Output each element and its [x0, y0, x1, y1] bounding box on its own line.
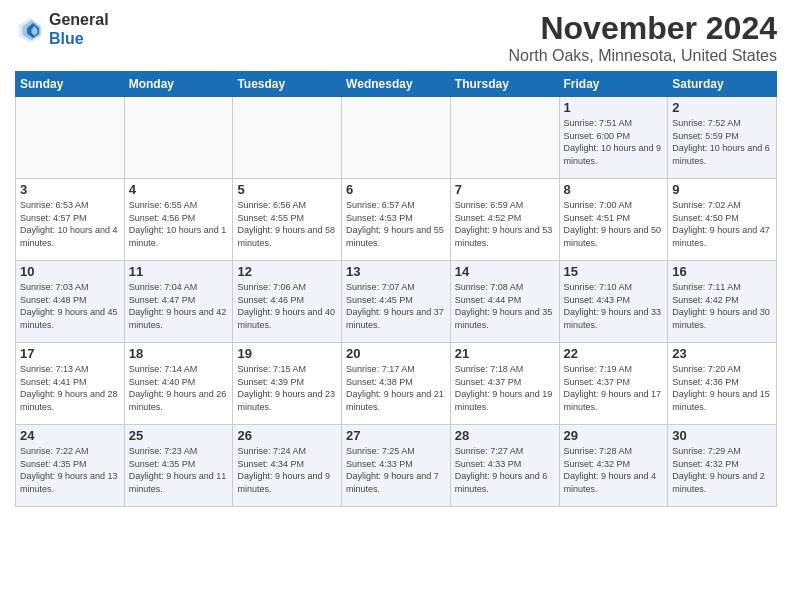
day-info: Sunrise: 7:15 AMSunset: 4:39 PMDaylight:… — [237, 363, 337, 413]
day-number: 21 — [455, 346, 555, 361]
day-info: Sunrise: 7:20 AMSunset: 4:36 PMDaylight:… — [672, 363, 772, 413]
location-subtitle: North Oaks, Minnesota, United States — [508, 47, 777, 65]
calendar-cell: 11Sunrise: 7:04 AMSunset: 4:47 PMDayligh… — [124, 261, 233, 343]
logo-icon — [15, 14, 45, 44]
calendar-cell: 7Sunrise: 6:59 AMSunset: 4:52 PMDaylight… — [450, 179, 559, 261]
calendar-cell — [450, 97, 559, 179]
day-info: Sunrise: 7:27 AMSunset: 4:33 PMDaylight:… — [455, 445, 555, 495]
week-row-4: 17Sunrise: 7:13 AMSunset: 4:41 PMDayligh… — [16, 343, 777, 425]
day-info: Sunrise: 6:53 AMSunset: 4:57 PMDaylight:… — [20, 199, 120, 249]
month-title: November 2024 — [508, 10, 777, 47]
calendar-cell — [124, 97, 233, 179]
calendar-cell: 22Sunrise: 7:19 AMSunset: 4:37 PMDayligh… — [559, 343, 668, 425]
calendar-cell: 29Sunrise: 7:28 AMSunset: 4:32 PMDayligh… — [559, 425, 668, 507]
day-info: Sunrise: 6:57 AMSunset: 4:53 PMDaylight:… — [346, 199, 446, 249]
day-info: Sunrise: 7:17 AMSunset: 4:38 PMDaylight:… — [346, 363, 446, 413]
day-number: 2 — [672, 100, 772, 115]
day-info: Sunrise: 7:14 AMSunset: 4:40 PMDaylight:… — [129, 363, 229, 413]
calendar-cell: 9Sunrise: 7:02 AMSunset: 4:50 PMDaylight… — [668, 179, 777, 261]
page-container: General Blue November 2024 North Oaks, M… — [0, 0, 792, 512]
day-info: Sunrise: 7:13 AMSunset: 4:41 PMDaylight:… — [20, 363, 120, 413]
day-info: Sunrise: 7:29 AMSunset: 4:32 PMDaylight:… — [672, 445, 772, 495]
column-header-saturday: Saturday — [668, 72, 777, 97]
day-info: Sunrise: 7:00 AMSunset: 4:51 PMDaylight:… — [564, 199, 664, 249]
day-number: 18 — [129, 346, 229, 361]
calendar-cell: 16Sunrise: 7:11 AMSunset: 4:42 PMDayligh… — [668, 261, 777, 343]
column-header-monday: Monday — [124, 72, 233, 97]
calendar-cell: 1Sunrise: 7:51 AMSunset: 6:00 PMDaylight… — [559, 97, 668, 179]
day-info: Sunrise: 7:04 AMSunset: 4:47 PMDaylight:… — [129, 281, 229, 331]
day-info: Sunrise: 7:24 AMSunset: 4:34 PMDaylight:… — [237, 445, 337, 495]
day-info: Sunrise: 6:56 AMSunset: 4:55 PMDaylight:… — [237, 199, 337, 249]
day-info: Sunrise: 7:23 AMSunset: 4:35 PMDaylight:… — [129, 445, 229, 495]
day-info: Sunrise: 7:52 AMSunset: 5:59 PMDaylight:… — [672, 117, 772, 167]
day-number: 26 — [237, 428, 337, 443]
day-info: Sunrise: 7:18 AMSunset: 4:37 PMDaylight:… — [455, 363, 555, 413]
calendar-cell — [16, 97, 125, 179]
day-info: Sunrise: 7:03 AMSunset: 4:48 PMDaylight:… — [20, 281, 120, 331]
calendar-cell: 24Sunrise: 7:22 AMSunset: 4:35 PMDayligh… — [16, 425, 125, 507]
calendar-cell: 19Sunrise: 7:15 AMSunset: 4:39 PMDayligh… — [233, 343, 342, 425]
day-info: Sunrise: 7:02 AMSunset: 4:50 PMDaylight:… — [672, 199, 772, 249]
column-header-wednesday: Wednesday — [342, 72, 451, 97]
day-number: 5 — [237, 182, 337, 197]
calendar-cell: 3Sunrise: 6:53 AMSunset: 4:57 PMDaylight… — [16, 179, 125, 261]
day-number: 19 — [237, 346, 337, 361]
calendar-cell: 12Sunrise: 7:06 AMSunset: 4:46 PMDayligh… — [233, 261, 342, 343]
day-number: 22 — [564, 346, 664, 361]
day-info: Sunrise: 7:25 AMSunset: 4:33 PMDaylight:… — [346, 445, 446, 495]
logo-text: General Blue — [49, 10, 109, 48]
day-number: 9 — [672, 182, 772, 197]
day-info: Sunrise: 7:10 AMSunset: 4:43 PMDaylight:… — [564, 281, 664, 331]
calendar-cell: 23Sunrise: 7:20 AMSunset: 4:36 PMDayligh… — [668, 343, 777, 425]
title-block: November 2024 North Oaks, Minnesota, Uni… — [508, 10, 777, 65]
day-number: 16 — [672, 264, 772, 279]
calendar-cell: 27Sunrise: 7:25 AMSunset: 4:33 PMDayligh… — [342, 425, 451, 507]
calendar-cell: 17Sunrise: 7:13 AMSunset: 4:41 PMDayligh… — [16, 343, 125, 425]
column-header-tuesday: Tuesday — [233, 72, 342, 97]
day-number: 14 — [455, 264, 555, 279]
day-number: 7 — [455, 182, 555, 197]
calendar-cell: 25Sunrise: 7:23 AMSunset: 4:35 PMDayligh… — [124, 425, 233, 507]
day-info: Sunrise: 7:08 AMSunset: 4:44 PMDaylight:… — [455, 281, 555, 331]
day-number: 1 — [564, 100, 664, 115]
day-number: 25 — [129, 428, 229, 443]
calendar-cell: 18Sunrise: 7:14 AMSunset: 4:40 PMDayligh… — [124, 343, 233, 425]
day-number: 23 — [672, 346, 772, 361]
column-header-sunday: Sunday — [16, 72, 125, 97]
day-number: 8 — [564, 182, 664, 197]
calendar-table: SundayMondayTuesdayWednesdayThursdayFrid… — [15, 71, 777, 507]
day-number: 3 — [20, 182, 120, 197]
day-number: 24 — [20, 428, 120, 443]
calendar-cell: 28Sunrise: 7:27 AMSunset: 4:33 PMDayligh… — [450, 425, 559, 507]
day-number: 4 — [129, 182, 229, 197]
week-row-2: 3Sunrise: 6:53 AMSunset: 4:57 PMDaylight… — [16, 179, 777, 261]
day-number: 13 — [346, 264, 446, 279]
day-number: 20 — [346, 346, 446, 361]
calendar-cell — [342, 97, 451, 179]
calendar-cell: 13Sunrise: 7:07 AMSunset: 4:45 PMDayligh… — [342, 261, 451, 343]
day-number: 12 — [237, 264, 337, 279]
calendar-cell: 8Sunrise: 7:00 AMSunset: 4:51 PMDaylight… — [559, 179, 668, 261]
page-header: General Blue November 2024 North Oaks, M… — [15, 10, 777, 65]
calendar-cell: 30Sunrise: 7:29 AMSunset: 4:32 PMDayligh… — [668, 425, 777, 507]
day-info: Sunrise: 6:55 AMSunset: 4:56 PMDaylight:… — [129, 199, 229, 249]
calendar-cell: 4Sunrise: 6:55 AMSunset: 4:56 PMDaylight… — [124, 179, 233, 261]
day-number: 29 — [564, 428, 664, 443]
week-row-3: 10Sunrise: 7:03 AMSunset: 4:48 PMDayligh… — [16, 261, 777, 343]
day-info: Sunrise: 7:51 AMSunset: 6:00 PMDaylight:… — [564, 117, 664, 167]
calendar-cell: 15Sunrise: 7:10 AMSunset: 4:43 PMDayligh… — [559, 261, 668, 343]
calendar-cell: 14Sunrise: 7:08 AMSunset: 4:44 PMDayligh… — [450, 261, 559, 343]
calendar-cell: 2Sunrise: 7:52 AMSunset: 5:59 PMDaylight… — [668, 97, 777, 179]
day-info: Sunrise: 6:59 AMSunset: 4:52 PMDaylight:… — [455, 199, 555, 249]
calendar-cell: 20Sunrise: 7:17 AMSunset: 4:38 PMDayligh… — [342, 343, 451, 425]
column-header-thursday: Thursday — [450, 72, 559, 97]
calendar-cell: 5Sunrise: 6:56 AMSunset: 4:55 PMDaylight… — [233, 179, 342, 261]
calendar-cell: 21Sunrise: 7:18 AMSunset: 4:37 PMDayligh… — [450, 343, 559, 425]
week-row-5: 24Sunrise: 7:22 AMSunset: 4:35 PMDayligh… — [16, 425, 777, 507]
week-row-1: 1Sunrise: 7:51 AMSunset: 6:00 PMDaylight… — [16, 97, 777, 179]
day-info: Sunrise: 7:19 AMSunset: 4:37 PMDaylight:… — [564, 363, 664, 413]
day-number: 27 — [346, 428, 446, 443]
logo: General Blue — [15, 10, 109, 48]
calendar-cell: 10Sunrise: 7:03 AMSunset: 4:48 PMDayligh… — [16, 261, 125, 343]
